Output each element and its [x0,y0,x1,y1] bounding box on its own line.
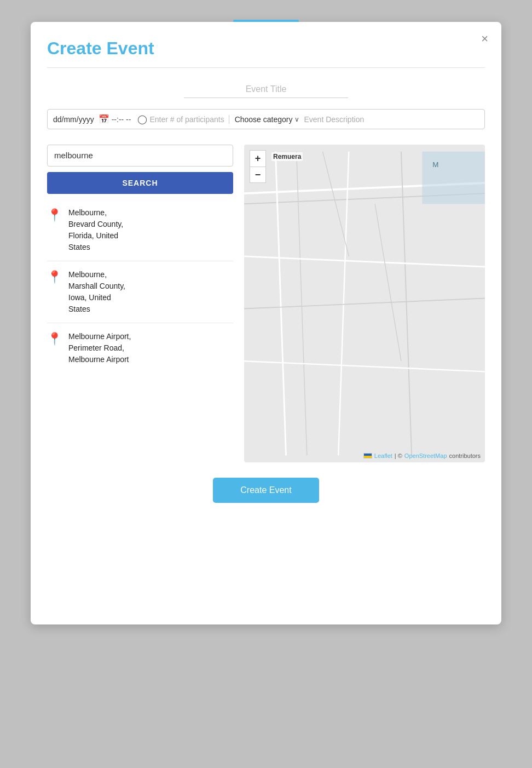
modal-title: Create Event [47,38,485,59]
map-attribution: Leaflet | © OpenStreetMap © OpenStreetMa… [363,452,481,459]
attribution-text: | © [395,452,402,459]
map-controls: + − [250,150,266,183]
bottom-row: Create Event [47,478,485,503]
result-text: Melbourne Airport,Perimeter Road,Melbour… [68,331,131,365]
clock-icon: ◯ [137,114,147,124]
location-pin-icon: 📍 [47,332,62,346]
date-input[interactable]: dd/mm/yyyy [53,115,94,124]
right-panel: M + − Remuera Leaflet | © OpenStreetMap … [244,145,485,462]
zoom-out-button[interactable]: − [250,167,266,183]
left-panel: SEARCH 📍 Melbourne,Brevard County,Florid… [47,145,233,462]
chevron-down-icon: ∨ [294,116,299,123]
search-button[interactable]: SEARCH [47,172,233,194]
location-pin-icon: 📍 [47,270,62,284]
map-location-label: Remuera [271,152,303,161]
event-title-row [47,81,485,98]
osm-link[interactable]: OpenStreetMap [404,452,447,459]
category-select[interactable]: Choose category [235,115,293,124]
svg-text:M: M [432,161,438,169]
result-text: Melbourne,Marshall County,Iowa, UnitedSt… [68,269,125,315]
description-input[interactable]: Event Description [304,115,364,124]
meta-row: dd/mm/yyyy 📅 --:-- -- ◯ Enter # of parti… [47,109,485,129]
contributors-text: contributors [449,452,481,459]
participants-input[interactable]: Enter # of participants [149,115,224,124]
result-item[interactable]: 📍 Melbourne,Brevard County,Florida, Unit… [47,199,233,261]
search-results-list: 📍 Melbourne,Brevard County,Florida, Unit… [47,199,233,367]
event-title-input[interactable] [184,81,348,98]
leaflet-flag [363,453,372,458]
calendar-icon: 📅 [99,114,109,124]
svg-rect-12 [422,152,485,204]
close-button[interactable]: × [481,33,488,45]
content-row: SEARCH 📍 Melbourne,Brevard County,Florid… [47,145,485,462]
location-search-input[interactable] [54,151,226,160]
create-event-button[interactable]: Create Event [213,478,319,503]
modal-header: Create Event × [47,38,485,68]
zoom-in-button[interactable]: + [250,150,266,167]
search-input-wrapper [47,145,233,167]
leaflet-link[interactable]: Leaflet [374,452,392,459]
map-container: M + − Remuera Leaflet | © OpenStreetMap … [244,145,485,462]
result-item[interactable]: 📍 Melbourne Airport,Perimeter Road,Melbo… [47,323,233,367]
category-wrapper: Choose category ∨ [229,115,300,124]
location-pin-icon: 📍 [47,208,62,222]
result-text: Melbourne,Brevard County,Florida, United… [68,207,123,253]
create-event-modal: Create Event × dd/mm/yyyy 📅 --:-- -- ◯ E… [31,22,501,624]
tab-indicator [233,20,299,22]
result-item[interactable]: 📍 Melbourne,Marshall County,Iowa, United… [47,261,233,323]
time-input[interactable]: --:-- -- [112,115,131,124]
